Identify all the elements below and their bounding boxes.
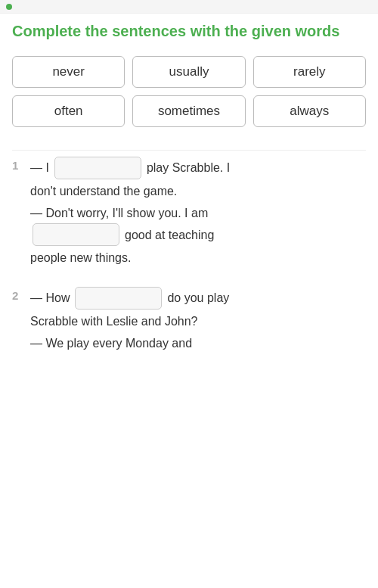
- exercise-1-body: — I play Scrabble. I don't understand th…: [30, 157, 366, 269]
- ex2-prefix-1: — How: [30, 288, 70, 308]
- exercise-2-body: — How do you play Scrabble with Leslie a…: [30, 287, 366, 353]
- word-chip-always[interactable]: always: [253, 95, 366, 127]
- word-bank: never usually rarely often sometimes alw…: [12, 56, 366, 127]
- exercise-2-line-1: — How do you play: [30, 287, 366, 310]
- exercise-2-text-2: Scrabble with Leslie and John?: [30, 311, 366, 331]
- ex1-suffix-1: play Scrabble. I: [147, 158, 230, 178]
- exercise-1-text-3: — Don't worry, I'll show you. I am: [30, 203, 366, 223]
- exercise-2: 2 — How do you play Scrabble with Leslie…: [12, 287, 366, 353]
- ex2-suffix-1: do you play: [167, 288, 229, 308]
- word-chip-rarely[interactable]: rarely: [253, 56, 366, 88]
- ex1-blank-2[interactable]: [33, 223, 119, 246]
- exercise-2-number: 2: [12, 289, 26, 302]
- ex1-blank-1[interactable]: [54, 157, 141, 179]
- top-bar: [0, 0, 378, 14]
- ex1-suffix-2: good at teaching: [125, 226, 214, 245]
- divider: [12, 150, 366, 151]
- exercise-1-number: 1: [12, 159, 26, 172]
- exercise-1-line-4: good at teaching: [30, 223, 366, 246]
- section-title: Complete the sentences with the given wo…: [12, 21, 366, 41]
- exercise-1-line-1: — I play Scrabble. I: [30, 157, 366, 179]
- word-chip-usually[interactable]: usually: [132, 56, 245, 88]
- status-indicator: [6, 4, 12, 10]
- ex2-blank-1[interactable]: [75, 287, 162, 310]
- word-chip-often[interactable]: often: [12, 95, 125, 127]
- exercise-1-text-2: don't understand the game.: [30, 181, 366, 201]
- page-content: Complete the sentences with the given wo…: [0, 14, 378, 369]
- word-chip-sometimes[interactable]: sometimes: [132, 95, 245, 127]
- ex1-prefix-1: — I: [30, 158, 49, 178]
- exercise-1-text-5: people new things.: [30, 247, 366, 268]
- exercises-container: 1 — I play Scrabble. I don't understand …: [12, 157, 366, 353]
- exercise-1: 1 — I play Scrabble. I don't understand …: [12, 157, 366, 269]
- word-chip-never[interactable]: never: [12, 56, 125, 88]
- exercise-2-text-3: — We play every Monday and: [30, 333, 366, 353]
